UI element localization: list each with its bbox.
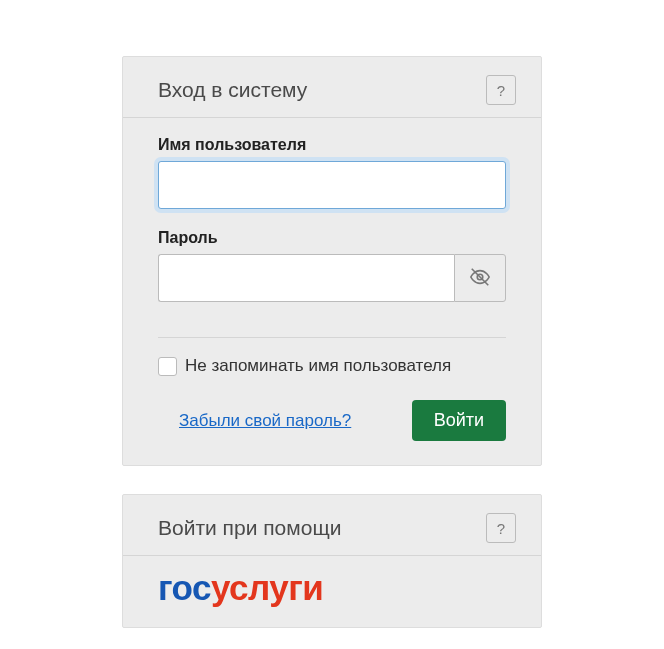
password-input[interactable] <box>158 254 454 302</box>
remember-label: Не запоминать имя пользователя <box>185 356 451 376</box>
gosuslugi-provider-button[interactable]: госуслуги <box>158 568 323 608</box>
sso-body: госуслуги <box>123 556 541 626</box>
login-header: Вход в систему ? <box>123 57 541 118</box>
sso-panel: Войти при помощи ? госуслуги <box>122 494 542 628</box>
sso-header: Войти при помощи ? <box>123 495 541 556</box>
gosuslugi-text-red: услуги <box>211 568 323 607</box>
remember-row: Не запоминать имя пользователя <box>123 338 541 386</box>
remember-checkbox[interactable] <box>158 357 177 376</box>
gosuslugi-text-blue: гос <box>158 568 211 607</box>
password-wrap <box>158 254 506 302</box>
actions-row: Забыли свой пароль? Войти <box>123 386 541 465</box>
password-group: Пароль <box>158 229 506 302</box>
login-help-button[interactable]: ? <box>486 75 516 105</box>
sso-help-button[interactable]: ? <box>486 513 516 543</box>
username-group: Имя пользователя <box>158 136 506 209</box>
login-submit-button[interactable]: Войти <box>412 400 506 441</box>
login-title: Вход в систему <box>158 78 307 102</box>
sso-title: Войти при помощи <box>158 516 341 540</box>
password-label: Пароль <box>158 229 506 247</box>
toggle-password-button[interactable] <box>454 254 506 302</box>
login-form: Имя пользователя Пароль <box>123 118 541 327</box>
forgot-password-link[interactable]: Забыли свой пароль? <box>179 411 351 431</box>
eye-slash-icon <box>469 266 491 291</box>
username-input[interactable] <box>158 161 506 209</box>
login-panel: Вход в систему ? Имя пользователя Пароль <box>122 56 542 466</box>
username-label: Имя пользователя <box>158 136 506 154</box>
